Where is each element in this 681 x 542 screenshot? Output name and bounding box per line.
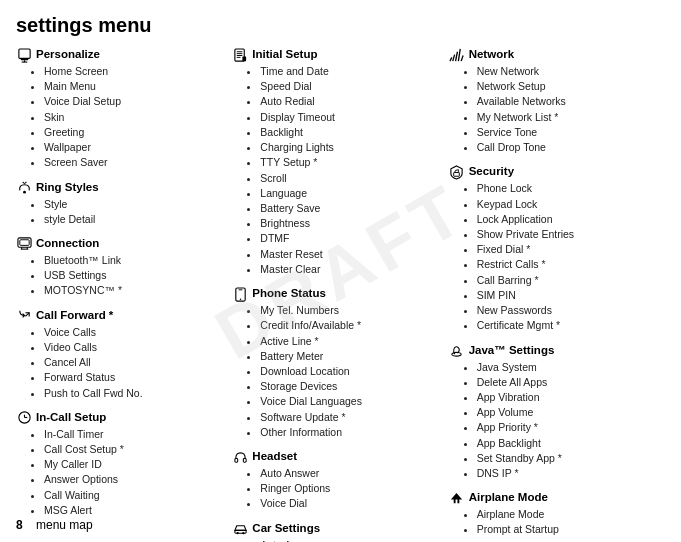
section-items-airplane-mode: Airplane ModePrompt at Startup xyxy=(449,507,661,537)
section-items-ring-styles: Stylestyle Detail xyxy=(16,197,228,227)
connection-icon xyxy=(16,236,32,252)
svg-line-32 xyxy=(456,51,458,60)
in-call-setup-icon xyxy=(16,410,32,426)
section-network: NetworkNew NetworkNetwork SetupAvailable… xyxy=(449,47,661,155)
section-call-forward: Call Forward *Voice CallsVideo CallsCanc… xyxy=(16,308,228,401)
list-item: Answer Options xyxy=(44,472,228,487)
section-items-in-call-setup: In-Call TimerCall Cost Setup *My Caller … xyxy=(16,427,228,518)
svg-line-34 xyxy=(461,55,463,61)
svg-point-29 xyxy=(242,532,244,534)
airplane-mode-icon xyxy=(449,490,465,506)
section-items-personalize: Home ScreenMain MenuVoice Dial SetupSkin… xyxy=(16,64,228,171)
section-header-connection: Connection xyxy=(16,236,228,252)
list-item: App Backlight xyxy=(477,436,661,451)
list-item: DNS IP * xyxy=(477,466,661,481)
svg-rect-21 xyxy=(242,56,246,61)
list-item: Display Timeout xyxy=(260,110,444,125)
section-header-car-settings: Car Settings xyxy=(232,521,444,537)
list-item: Certificate Mgmt * xyxy=(477,318,661,333)
list-item: Show Private Entries xyxy=(477,227,661,242)
list-item: Airplane Mode xyxy=(477,507,661,522)
list-item: Voice Dial Languages xyxy=(260,394,444,409)
list-item: TTY Setup * xyxy=(260,155,444,170)
svg-rect-27 xyxy=(235,531,246,534)
list-item: Software Update * xyxy=(260,410,444,425)
svg-point-36 xyxy=(452,352,461,356)
svg-point-4 xyxy=(23,191,26,194)
list-item: Screen Saver xyxy=(44,155,228,170)
list-item: Network Setup xyxy=(477,79,661,94)
section-header-call-forward: Call Forward * xyxy=(16,308,228,324)
list-item: MSG Alert xyxy=(44,503,228,518)
section-items-network: New NetworkNetwork SetupAvailable Networ… xyxy=(449,64,661,155)
section-title-ring-styles: Ring Styles xyxy=(36,180,99,195)
section-header-java-settings: Java™ Settings xyxy=(449,343,661,359)
section-header-initial-setup: Initial Setup xyxy=(232,47,444,63)
list-item: Credit Info/Available * xyxy=(260,318,444,333)
list-item: Restrict Calls * xyxy=(477,257,661,272)
section-airplane-mode: Airplane ModeAirplane ModePrompt at Star… xyxy=(449,490,661,537)
section-title-phone-status: Phone Status xyxy=(252,286,325,301)
initial-setup-icon xyxy=(232,47,248,63)
section-initial-setup: Initial SetupTime and DateSpeed DialAuto… xyxy=(232,47,444,277)
list-item: New Network xyxy=(477,64,661,79)
list-item: Main Menu xyxy=(44,79,228,94)
list-item: App Vibration xyxy=(477,390,661,405)
list-item: Skin xyxy=(44,110,228,125)
section-header-in-call-setup: In-Call Setup xyxy=(16,410,228,426)
svg-line-5 xyxy=(22,182,24,184)
page-label-text: menu map xyxy=(36,518,93,532)
list-item: Call Waiting xyxy=(44,488,228,503)
list-item: Time and Date xyxy=(260,64,444,79)
section-title-call-forward: Call Forward * xyxy=(36,308,113,323)
list-item: Cancel All xyxy=(44,355,228,370)
section-items-security: Phone LockKeypad LockLock ApplicationSho… xyxy=(449,181,661,333)
ring-styles-icon xyxy=(16,180,32,196)
list-item: Ringer Options xyxy=(260,481,444,496)
section-items-initial-setup: Time and DateSpeed DialAuto RedialDispla… xyxy=(232,64,444,277)
column-1: PersonalizeHome ScreenMain MenuVoice Dia… xyxy=(16,47,232,542)
security-icon xyxy=(449,164,465,180)
svg-point-28 xyxy=(236,532,238,534)
section-title-network: Network xyxy=(469,47,514,62)
svg-rect-8 xyxy=(19,240,28,246)
settings-menu-page: DRAFT settings menu PersonalizeHome Scre… xyxy=(0,0,681,542)
content-columns: PersonalizeHome ScreenMain MenuVoice Dia… xyxy=(16,47,665,542)
section-title-in-call-setup: In-Call Setup xyxy=(36,410,106,425)
list-item: Keypad Lock xyxy=(477,197,661,212)
list-item: Auto Answer xyxy=(260,466,444,481)
section-items-car-settings: Auto AnswerAuto HandsfreePower-Off Delay… xyxy=(232,538,444,542)
list-item: Greeting xyxy=(44,125,228,140)
list-item: MOTOSYNC™ * xyxy=(44,283,228,298)
list-item: Lock Application xyxy=(477,212,661,227)
list-item: Video Calls xyxy=(44,340,228,355)
section-car-settings: Car SettingsAuto AnswerAuto HandsfreePow… xyxy=(232,521,444,542)
section-header-airplane-mode: Airplane Mode xyxy=(449,490,661,506)
svg-rect-26 xyxy=(243,458,246,462)
section-items-headset: Auto AnswerRinger OptionsVoice Dial xyxy=(232,466,444,512)
svg-rect-35 xyxy=(454,172,460,176)
list-item: Master Clear xyxy=(260,262,444,277)
section-items-phone-status: My Tel. NumbersCredit Info/Available *Ac… xyxy=(232,303,444,440)
section-title-headset: Headset xyxy=(252,449,297,464)
list-item: Battery Save xyxy=(260,201,444,216)
list-item: My Tel. Numbers xyxy=(260,303,444,318)
section-personalize: PersonalizeHome ScreenMain MenuVoice Dia… xyxy=(16,47,228,171)
list-item: Scroll xyxy=(260,171,444,186)
section-header-phone-status: Phone Status xyxy=(232,286,444,302)
list-item: Call Drop Tone xyxy=(477,140,661,155)
list-item: DTMF xyxy=(260,231,444,246)
list-item: Auto Answer xyxy=(260,538,444,542)
list-item: Auto Redial xyxy=(260,94,444,109)
section-title-security: Security xyxy=(469,164,514,179)
section-title-car-settings: Car Settings xyxy=(252,521,320,536)
list-item: Service Tone xyxy=(477,125,661,140)
svg-line-30 xyxy=(450,57,452,61)
list-item: USB Settings xyxy=(44,268,228,283)
section-header-headset: Headset xyxy=(232,449,444,465)
section-items-connection: Bluetooth™ LinkUSB SettingsMOTOSYNC™ * xyxy=(16,253,228,299)
list-item: Speed Dial xyxy=(260,79,444,94)
list-item: My Caller ID xyxy=(44,457,228,472)
call-forward-icon xyxy=(16,308,32,324)
section-phone-status: Phone StatusMy Tel. NumbersCredit Info/A… xyxy=(232,286,444,440)
